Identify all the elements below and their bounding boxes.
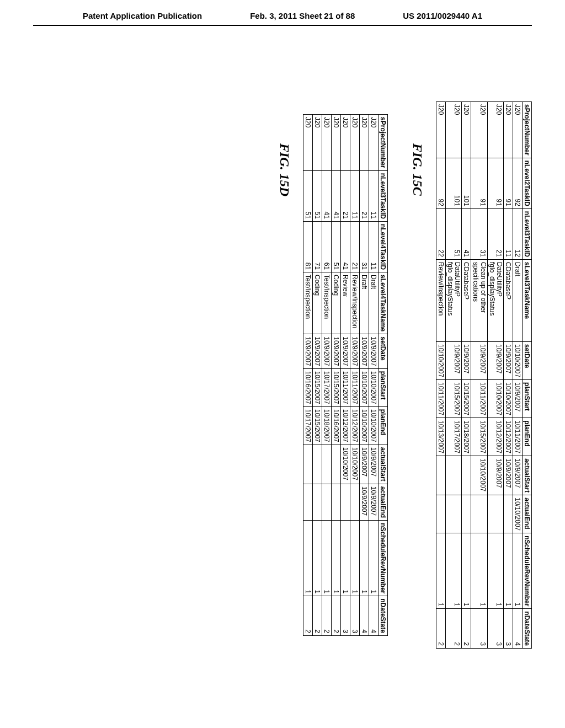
table-cell: 21 — [350, 221, 359, 272]
table-cell: 10/9/2007 — [331, 334, 340, 368]
table-cell: 10/10/2007 — [359, 406, 369, 445]
table-cell: 10/9/2007 — [359, 484, 369, 520]
table-cell — [322, 484, 331, 520]
table-cell: 10/9/2007 — [504, 456, 513, 495]
table-cell: 10/11/2007 — [350, 368, 359, 406]
table-cell: J20 — [369, 115, 378, 171]
table-row: J205171Coding10/9/200710/15/200710/15/20… — [312, 115, 322, 636]
col-planStart: planStart — [378, 368, 387, 406]
table-cell: 10/15/2007 — [471, 418, 487, 456]
table-cell: 1 — [369, 521, 378, 596]
table-cell: 12 — [513, 208, 523, 259]
col-nScheduleRevNumber: nScheduleRevNumber — [523, 533, 532, 609]
table-cell: 10/10/2007 — [340, 445, 350, 484]
table-cell: 41 — [331, 170, 340, 221]
table-cell: 3 — [504, 609, 513, 649]
table-cell: Test/Inspection — [303, 272, 312, 334]
table-cell: Clean up of other specifications — [471, 260, 487, 342]
table-cell: 3 — [340, 596, 350, 636]
table-cell: 10/10/2007 — [369, 406, 378, 445]
table-row: J201111Draft10/9/200710/10/200710/10/200… — [369, 115, 378, 636]
table-cell: 81 — [303, 221, 312, 272]
table-cell: 1 — [322, 521, 331, 596]
table-cell: 3 — [487, 609, 503, 649]
table-cell: Draft — [513, 260, 523, 342]
table-cell: J20 — [471, 101, 487, 158]
table-cell: 41 — [322, 170, 331, 221]
table-cell: J20 — [322, 115, 331, 171]
table-cell: 10/11/2007 — [436, 380, 445, 418]
fig-15d-label: FIG. 15D — [277, 44, 292, 196]
fig-15d-table: sProjectNumber nLevel3TaskID nLevel4Task… — [303, 114, 388, 636]
table-cell: 1 — [436, 533, 445, 609]
table-cell: 1 — [504, 533, 513, 609]
table-cell: 2 — [445, 609, 461, 649]
table-cell: 41 — [340, 221, 350, 272]
col-nDateState: nDateState — [378, 596, 387, 636]
table-cell: 10/9/2007 — [513, 456, 523, 495]
table-row: J204161Test/Inspection10/9/200710/17/200… — [322, 115, 331, 636]
table-cell: 101 — [445, 158, 461, 208]
col-nLevel3TaskID: nLevel3TaskID — [523, 208, 532, 259]
table-cell — [445, 495, 461, 533]
table-row: J202131Draft10/9/200710/10/200710/10/200… — [359, 115, 369, 636]
fig-15c-label: FIG. 15C — [410, 44, 425, 196]
table-cell: 1 — [312, 521, 322, 596]
col-actualEnd: actualEnd — [523, 495, 532, 533]
table-cell: 91 — [487, 158, 503, 208]
table-header-row: sProjectNumber nLevel2TaskID nLevel3Task… — [523, 101, 532, 648]
table-cell: 2 — [331, 596, 340, 636]
table-cell: 10/12/2007 — [340, 406, 350, 445]
table-cell: 51 — [445, 208, 461, 259]
table-cell: 51 — [312, 170, 322, 221]
col-nScheduleRevNumber: nScheduleRevNumber — [378, 521, 387, 596]
table-cell: 10/9/2007 — [359, 334, 369, 368]
table-cell: 10/9/2007 — [359, 445, 369, 484]
table-cell: 41 — [462, 208, 471, 259]
table-cell: 10/17/2007 — [322, 368, 331, 406]
table-cell: J20 — [340, 115, 350, 171]
table-cell: 10/10/2007 — [359, 368, 369, 406]
table-cell: 21 — [487, 208, 503, 259]
table-row: J209121DateUtilityPfglo_displayStatus10/… — [487, 101, 503, 648]
col-sProjectNumber: sProjectNumber — [523, 101, 532, 158]
table-cell: 92 — [513, 158, 523, 208]
table-cell: 21 — [359, 170, 369, 221]
table-cell: CDatabaseP — [462, 260, 471, 342]
col-setDate: setDate — [378, 334, 387, 368]
table-row: J202141Review10/9/200710/11/200710/12/20… — [340, 115, 350, 636]
table-cell: 10/9/2007 — [513, 380, 523, 418]
col-setDate: setDate — [523, 342, 532, 380]
table-cell: 11 — [350, 170, 359, 221]
table-cell: 10/9/2007 — [445, 342, 461, 380]
table-cell: 4 — [513, 609, 523, 649]
table-cell: 101 — [462, 158, 471, 208]
table-cell: J20 — [303, 115, 312, 171]
table-cell: 2 — [462, 609, 471, 649]
table-cell: J20 — [359, 115, 369, 171]
table-cell: Draft — [359, 272, 369, 334]
table-cell — [312, 445, 322, 484]
table-cell: 10/9/2007 — [462, 342, 471, 380]
table-cell — [462, 495, 471, 533]
table-cell — [504, 495, 513, 533]
table-cell: 10/11/2007 — [513, 418, 523, 456]
table-cell: 1 — [340, 521, 350, 596]
table-cell: Test/Inspection — [322, 272, 331, 334]
table-cell: Coding — [331, 272, 340, 334]
col-planEnd: planEnd — [378, 406, 387, 445]
table-cell: 71 — [312, 221, 322, 272]
header-center: Feb. 3, 2011 Sheet 21 of 88 — [250, 11, 355, 20]
table-cell — [312, 484, 322, 520]
table-cell: J20 — [513, 101, 523, 158]
table-cell: 10/9/2007 — [303, 334, 312, 368]
table-row: J209111CDatabaseP10/9/200710/10/200710/1… — [504, 101, 513, 648]
table-cell: 10/9/2007 — [369, 445, 378, 484]
col-planStart: planStart — [523, 380, 532, 418]
table-cell: 10/9/2007 — [312, 334, 322, 368]
table-cell: 11 — [369, 170, 378, 221]
table-cell: 10/10/2007 — [350, 445, 359, 484]
col-actualEnd: actualEnd — [378, 484, 387, 520]
table-cell: 10/10/2007 — [513, 342, 523, 380]
col-nLevel3TaskID: nLevel3TaskID — [378, 170, 387, 221]
